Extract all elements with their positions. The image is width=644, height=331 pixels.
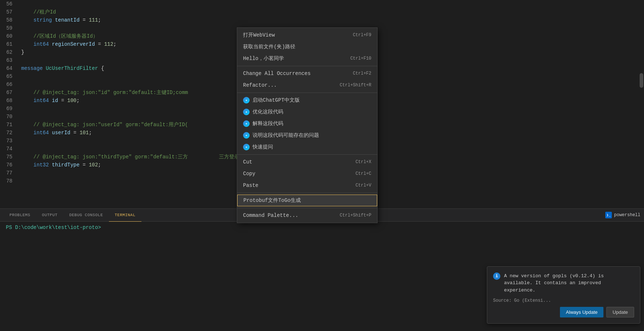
- tab-debug-console[interactable]: DEBUG CONSOLE: [63, 209, 109, 222]
- menu-divider-2: [237, 93, 377, 93]
- editor-scrollbar[interactable]: [639, 0, 644, 208]
- code-line-56: 56: [0, 0, 644, 8]
- tab-terminal[interactable]: TERMINAL: [109, 209, 141, 222]
- powershell-icon: ❯_: [605, 212, 612, 218]
- terminal-content: PS D:\code\work\test\iot-proto>: [0, 222, 644, 233]
- menu-divider-4: [237, 193, 377, 193]
- menu-item-get-path[interactable]: 获取当前文件(夹)路径: [237, 41, 377, 53]
- powershell-label: powershell: [614, 212, 640, 218]
- optimize-icon: ✦: [243, 109, 250, 115]
- menu-item-chatgpt[interactable]: ✦ 启动ChatGPT中文版: [237, 94, 377, 106]
- notification-source: Source: Go (Extensi...: [493, 298, 634, 303]
- code-line-58: 58 string tenantId = 111;: [0, 16, 644, 24]
- menu-item-protobuf[interactable]: Protobuf文件ToGo生成: [237, 195, 377, 206]
- menu-item-refactor[interactable]: Refactor... Ctrl+Shift+R: [237, 79, 377, 91]
- menu-item-change-all[interactable]: Change All Occurrences Ctrl+F2: [237, 68, 377, 79]
- update-button[interactable]: Update: [606, 307, 634, 317]
- code-line-57: 57 //租户Id: [0, 8, 644, 16]
- menu-item-copy[interactable]: Copy Ctrl+C: [237, 168, 377, 180]
- powershell-badge: ❯_ powershell: [605, 208, 640, 221]
- menu-item-open-webview[interactable]: 打开WebView Ctrl+F9: [237, 29, 377, 41]
- menu-item-cut[interactable]: Cut Ctrl+X: [237, 156, 377, 168]
- menu-item-paste[interactable]: Paste Ctrl+V: [237, 180, 377, 191]
- menu-item-problems[interactable]: ✦ 说明这段代码可能存在的问题: [237, 129, 377, 141]
- notification-text: A new version of gopls (v0.12.4) is avai…: [504, 272, 634, 294]
- menu-item-optimize[interactable]: ✦ 优化这段代码: [237, 106, 377, 118]
- quick-question-icon: ✦: [243, 144, 250, 150]
- notification-buttons: Always Update Update: [493, 307, 634, 317]
- menu-divider-5: [237, 208, 377, 208]
- notification-header: i A new version of gopls (v0.12.4) is av…: [493, 272, 634, 294]
- problems-icon: ✦: [243, 132, 250, 139]
- chatgpt-icon: ✦: [243, 97, 250, 104]
- menu-item-hello[interactable]: Hello，小茗同学 Ctrl+F10: [237, 53, 377, 64]
- menu-item-command-palette[interactable]: Command Palette... Ctrl+Shift+P: [237, 210, 377, 221]
- menu-item-quick-question[interactable]: ✦ 快速提问: [237, 141, 377, 153]
- tab-output[interactable]: OUTPUT: [36, 209, 64, 222]
- always-update-button[interactable]: Always Update: [560, 307, 603, 317]
- menu-divider-3: [237, 154, 377, 155]
- menu-item-explain[interactable]: ✦ 解释这段代码: [237, 118, 377, 129]
- menu-divider-1: [237, 66, 377, 66]
- explain-icon: ✦: [243, 120, 250, 127]
- terminal-prompt: PS D:\code\work\test\iot-proto>: [6, 225, 101, 230]
- scrollbar-thumb[interactable]: [640, 73, 643, 88]
- notification-popup: i A new version of gopls (v0.12.4) is av…: [487, 266, 640, 324]
- context-menu: 打开WebView Ctrl+F9 获取当前文件(夹)路径 Hello，小茗同学…: [237, 27, 378, 223]
- notification-info-icon: i: [493, 272, 500, 280]
- tab-problems[interactable]: PROBLEMS: [4, 209, 36, 222]
